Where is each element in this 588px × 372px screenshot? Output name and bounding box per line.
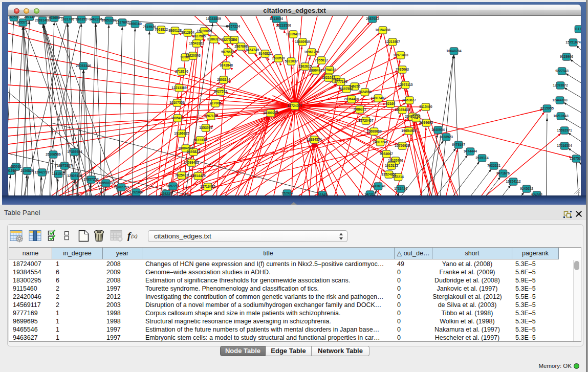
svg-text:1733426: 1733426 [394,187,407,190]
svg-text:5875685: 5875685 [221,50,234,54]
svg-text:6479197: 6479197 [452,143,465,146]
svg-text:11325419: 11325419 [286,32,301,36]
svg-text:417006: 417006 [210,101,221,105]
svg-text:10958107: 10958107 [98,181,114,185]
svg-text:9327505: 9327505 [192,34,206,38]
svg-text:1031706: 1031706 [61,17,74,21]
svg-text:18300295: 18300295 [263,111,278,115]
svg-text:1167533: 1167533 [570,157,581,160]
svg-text:9657791: 9657791 [166,184,180,188]
svg-text:9242848: 9242848 [220,63,233,67]
svg-text:12444183: 12444183 [552,98,568,102]
svg-text:9329966: 9329966 [560,55,573,58]
svg-text:15218506: 15218506 [276,24,291,27]
svg-text:252214: 252214 [393,175,404,179]
svg-text:1588520: 1588520 [272,56,285,60]
svg-text:8938923: 8938923 [440,135,453,139]
svg-text:14136141: 14136141 [371,184,386,188]
svg-text:10973493: 10973493 [393,53,408,57]
svg-text:8215955: 8215955 [540,106,554,110]
svg-text:2087682: 2087682 [366,17,379,20]
svg-text:14914479: 14914479 [190,174,206,178]
svg-text:10653287: 10653287 [101,18,117,22]
svg-text:16033809: 16033809 [206,17,221,20]
svg-text:12213967: 12213967 [385,40,400,43]
svg-text:17016504: 17016504 [557,144,572,147]
svg-text:1640954: 1640954 [431,128,445,132]
svg-text:13975887: 13975887 [57,164,72,167]
svg-text:7663822: 7663822 [155,28,168,31]
svg-text:3267130: 3267130 [204,114,217,118]
svg-text:9055712: 9055712 [16,20,30,24]
svg-text:207117: 207117 [24,16,35,18]
svg-text:18724007: 18724007 [287,104,302,107]
svg-text:816351: 816351 [76,17,87,21]
svg-text:9227343: 9227343 [555,69,569,73]
svg-text:16543362: 16543362 [189,41,204,45]
svg-text:11173: 11173 [574,27,581,31]
svg-text:3624554: 3624554 [358,90,372,94]
svg-text:1527602: 1527602 [116,20,129,24]
svg-text:9084067: 9084067 [380,152,393,156]
svg-text:17957253: 17957253 [83,178,99,181]
svg-text:12505135: 12505135 [67,174,82,178]
svg-text:10025433: 10025433 [395,108,410,112]
svg-text:6966160: 6966160 [128,22,142,26]
svg-text:19166825: 19166825 [174,132,189,135]
svg-text:7955812: 7955812 [315,58,328,62]
svg-text:10807487: 10807487 [371,96,386,100]
svg-text:7632621: 7632621 [487,164,500,167]
svg-text:16648784: 16648784 [446,49,462,53]
svg-text:7625402: 7625402 [175,173,188,177]
svg-text:26206586: 26206586 [46,152,61,156]
svg-text:546: 546 [231,38,237,41]
svg-text:12975115: 12975115 [398,83,413,86]
svg-text:16154838: 16154838 [375,28,390,32]
svg-text:129234: 129234 [161,192,172,195]
svg-text:746266: 746266 [349,84,360,88]
svg-text:10854112: 10854112 [506,180,521,183]
svg-text:14099463: 14099463 [184,161,199,164]
svg-text:15720407: 15720407 [358,119,374,122]
svg-text:1362615: 1362615 [298,64,312,68]
svg-text:12213369: 12213369 [171,86,187,90]
svg-text:15692971: 15692971 [557,128,572,132]
svg-text:10107553: 10107553 [169,101,185,104]
svg-text:8186323: 8186323 [207,37,221,41]
svg-text:12093872: 12093872 [553,83,568,87]
svg-text:9463627: 9463627 [403,98,416,102]
svg-text:9146821: 9146821 [258,52,272,55]
svg-text:1141513: 1141513 [52,172,65,176]
svg-text:20691406: 20691406 [35,18,50,22]
svg-text:7357224: 7357224 [227,25,240,28]
svg-text:2935114: 2935114 [475,156,489,160]
svg-text:29053346: 29053346 [76,64,91,68]
svg-text:62160: 62160 [386,102,396,105]
svg-text:7485063: 7485063 [396,68,409,71]
svg-text:9115460: 9115460 [419,105,432,108]
svg-text:152924: 152924 [281,191,293,195]
svg-text:1192346: 1192346 [129,190,143,194]
svg-text:15751074: 15751074 [565,40,581,44]
svg-text:9777169: 9777169 [334,80,347,83]
svg-text:965603: 965603 [49,16,60,19]
svg-text:5322037: 5322037 [285,59,298,63]
svg-text:391310: 391310 [8,169,16,172]
svg-text:64: 64 [414,116,418,120]
svg-text:7986322: 7986322 [353,107,366,111]
svg-text:15716485: 15716485 [200,185,215,188]
svg-text:2803144: 2803144 [217,78,230,81]
svg-text:9474444: 9474444 [464,149,477,153]
svg-text:485061: 485061 [10,165,21,168]
svg-text:8990448: 8990448 [309,69,322,72]
svg-text:20364436: 20364436 [344,97,359,101]
svg-text:8427552: 8427552 [214,90,227,93]
svg-text:5873334: 5873334 [193,138,207,142]
svg-text:16120746: 16120746 [388,159,403,162]
svg-text:(x): (x) [131,233,138,239]
svg-text:8471676: 8471676 [496,171,510,175]
svg-text:10756928: 10756928 [395,144,410,147]
svg-text:8454749: 8454749 [246,48,259,52]
svg-text:18807249: 18807249 [373,140,388,144]
svg-text:8912954: 8912954 [181,31,194,34]
